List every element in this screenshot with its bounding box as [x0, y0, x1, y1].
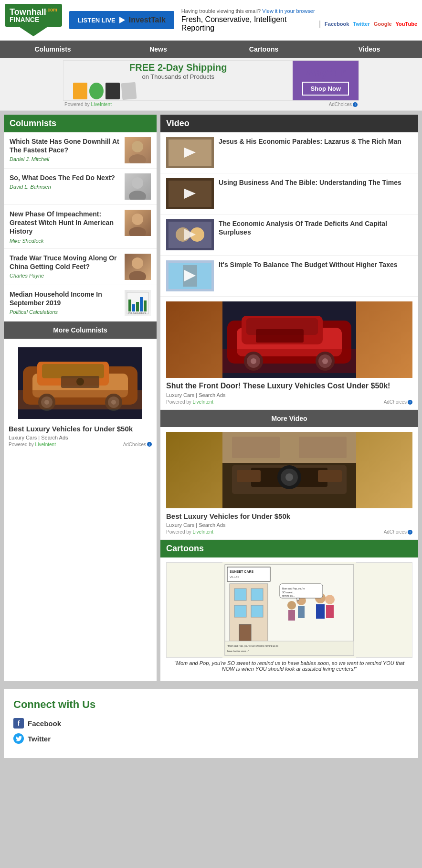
- right-ad-large-source: Luxury Cars | Search Ads: [166, 392, 412, 398]
- svg-text:SO sweet...: SO sweet...: [282, 591, 295, 594]
- header-google-link[interactable]: Google: [374, 21, 392, 27]
- right-car-ad-2[interactable]: Best Luxury Vehicles for Under $50k Luxu…: [160, 427, 418, 540]
- columnist-item-2[interactable]: So, What Does The Fed Do Next? David L. …: [4, 169, 157, 205]
- columnist-author-1: Daniel J. Mitchell: [10, 156, 120, 162]
- svg-rect-85: [316, 604, 325, 619]
- nav-columnists[interactable]: Columnists: [0, 41, 106, 58]
- video-title-3: The Economic Analysis Of Trade Deficits …: [219, 219, 412, 236]
- shop-now-button[interactable]: Shop Now: [302, 82, 349, 96]
- right-car-ad-large[interactable]: Shut the Front Door! These Luxury Vehicl…: [160, 297, 418, 410]
- svg-rect-68: [299, 437, 347, 458]
- video-item-3[interactable]: The Economic Analysis Of Trade Deficits …: [160, 214, 418, 256]
- wayfair-ad[interactable]: FREE 2-Day Shipping on Thousands of Prod…: [63, 60, 359, 101]
- tagline-text: Fresh, Conservative, Intelligent Reporti…: [181, 15, 315, 32]
- svg-point-6: [132, 257, 143, 269]
- adchoices: AdChoices i: [329, 102, 358, 107]
- svg-rect-65: [318, 470, 342, 482]
- svg-rect-87: [326, 605, 334, 618]
- svg-text:VILLAS: VILLAS: [230, 576, 239, 579]
- nav-news[interactable]: News: [106, 41, 211, 58]
- columnist-text-5: Median Household Income In September 201…: [10, 290, 120, 315]
- logo[interactable]: Townhall.com FINANCE: [5, 4, 62, 36]
- svg-rect-71: [227, 567, 270, 581]
- view-browser-link[interactable]: View it in your browser: [262, 8, 315, 14]
- video-title-2: Using Business And The Bible: Understand…: [219, 178, 401, 187]
- header-facebook-link[interactable]: Facebook: [325, 21, 349, 27]
- cartoon-caption: "Mom and Pop, you're SO sweet to remind …: [166, 658, 412, 676]
- tagline-links: Fresh, Conservative, Intelligent Reporti…: [181, 15, 417, 32]
- svg-rect-81: [298, 606, 305, 618]
- svg-point-7: [129, 271, 146, 280]
- columnist-title-3: New Phase Of Impeachment: Greatest Witch…: [10, 210, 120, 236]
- listen-live-label: LISTEN LIVE: [78, 17, 116, 24]
- svg-rect-77: [234, 605, 246, 617]
- header-twitter-link[interactable]: Twitter: [353, 21, 369, 27]
- cartoons-section-header: Cartoons: [160, 540, 418, 557]
- svg-rect-10: [132, 304, 135, 311]
- ad-footer: Powered by LiveIntent AdChoices i: [2, 101, 420, 108]
- svg-text:Mom and Pop, you're: Mom and Pop, you're: [282, 587, 305, 590]
- site-header: Townhall.com FINANCE LISTEN LIVE InvestT…: [0, 0, 422, 41]
- left-car-ad-image: [18, 347, 142, 419]
- right-car-ad-image: [166, 301, 412, 378]
- twitter-connect[interactable]: Twitter: [13, 733, 409, 744]
- right-ad-2-powered: Powered by LiveIntent AdChoices i: [166, 529, 412, 535]
- twitter-icon: [13, 733, 24, 744]
- svg-rect-13: [144, 300, 147, 311]
- svg-rect-79: [239, 624, 251, 641]
- video-item-1[interactable]: Jesus & His Economic Parables: Lazarus &…: [160, 132, 418, 173]
- video-title-1: Jesus & His Economic Parables: Lazarus &…: [219, 137, 401, 146]
- wayfair-ad-right: wayfair Shop Now: [293, 60, 359, 101]
- columnist-text-1: Which State Has Gone Downhill At The Fas…: [10, 137, 120, 162]
- cartoon-image-container[interactable]: SUNSET CARS VILLAS: [160, 557, 418, 681]
- logo-finance: FINANCE: [10, 16, 57, 23]
- facebook-connect[interactable]: f Facebook: [13, 718, 409, 729]
- columnist-item-3[interactable]: New Phase Of Impeachment: Greatest Witch…: [4, 205, 157, 249]
- columnist-thumb-1: [125, 137, 151, 163]
- svg-rect-67: [232, 437, 280, 458]
- svg-point-0: [132, 141, 143, 152]
- more-columnists-button[interactable]: More Columnists: [4, 321, 157, 339]
- more-video-button[interactable]: More Video: [160, 410, 418, 427]
- left-ad-choices: AdChoices i: [123, 442, 152, 447]
- adchoices-icon-left: i: [147, 442, 152, 447]
- nav-cartoons[interactable]: Cartoons: [211, 41, 316, 58]
- main-content: Columnists Which State Has Gone Downhill…: [0, 111, 422, 685]
- video-item-2[interactable]: Using Business And The Bible: Understand…: [160, 173, 418, 214]
- video-thumb-2: [166, 178, 214, 209]
- video-item-4[interactable]: It's Simple To Balance The Budget Withou…: [160, 256, 418, 297]
- logo-triangle: [19, 27, 48, 36]
- svg-point-86: [325, 595, 335, 604]
- svg-text:have babies soon...": have babies soon...": [227, 650, 249, 653]
- adchoices-icon-right2: i: [408, 530, 412, 535]
- right-ad-large-powered: Powered by LiveIntent AdChoices i: [166, 399, 412, 405]
- listen-live-button[interactable]: LISTEN LIVE InvestTalk: [69, 11, 174, 29]
- right-ad-choices: AdChoices i: [384, 399, 412, 405]
- columnist-item-4[interactable]: Trade War Truce Moving Along Or China Ge…: [4, 249, 157, 285]
- wayfair-logo: wayfair: [306, 66, 346, 79]
- video-thumb-4: [166, 260, 214, 291]
- cartoons-section: Cartoons SUNSET CARS VILLAS: [160, 540, 418, 681]
- svg-point-63: [285, 473, 293, 481]
- nav-videos[interactable]: Videos: [316, 41, 422, 58]
- right-ad-2-title: Best Luxury Vehicles for Under $50k: [166, 512, 412, 520]
- left-car-ad[interactable]: Best Luxury Vehicles for Under $50k Luxu…: [4, 343, 157, 452]
- columnists-section-header: Columnists: [4, 115, 157, 132]
- svg-rect-76: [251, 589, 263, 600]
- columnist-title-4: Trade War Truce Moving Along Or China Ge…: [10, 254, 120, 271]
- facebook-connect-label: Facebook: [28, 719, 61, 728]
- connect-title: Connect with Us: [13, 698, 409, 711]
- columnist-item-5[interactable]: Median Household Income In September 201…: [4, 285, 157, 321]
- header-info: Having trouble viewing this email? View …: [181, 8, 417, 32]
- wayfair-subline: on Thousands of Products: [73, 73, 283, 80]
- columnist-title-2: So, What Does The Fed Do Next?: [10, 173, 120, 182]
- adchoices-icon: i: [353, 102, 358, 107]
- invest-talk-label: InvestTalk: [129, 16, 166, 24]
- columnist-thumb-5: Pol. Calculations: [125, 290, 151, 316]
- right-car-ad-2-image: [166, 432, 412, 508]
- header-youtube-link[interactable]: YouTube: [396, 21, 417, 27]
- svg-rect-9: [128, 300, 131, 311]
- columnist-item-1[interactable]: Which State Has Gone Downhill At The Fas…: [4, 132, 157, 169]
- trouble-text: Having trouble viewing this email? View …: [181, 8, 417, 14]
- svg-rect-26: [18, 390, 142, 409]
